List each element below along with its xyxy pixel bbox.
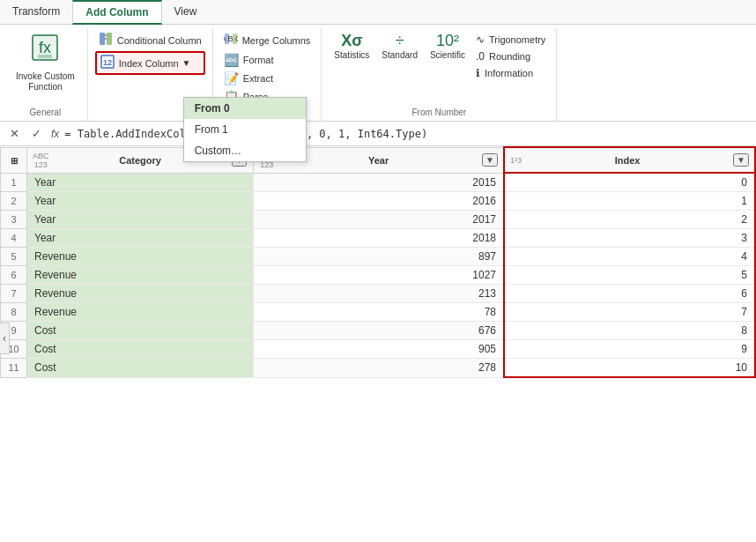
conditional-column-icon [99,32,113,48]
category-cell: Revenue [27,248,254,266]
category-cell: Cost [27,340,254,359]
table-area[interactable]: ⊞ ABC123 Category ▼ ABC123 [0,146,756,542]
index-column-header: 1²3 Index ▼ [504,147,755,173]
merge-columns-label: Merge Columns [242,35,311,46]
information-button[interactable]: ℹ Information [472,65,549,81]
index-cell: 10 [504,359,755,378]
category-type-icon: ABC123 [33,152,49,169]
group-columns: Conditional Column 12 Index Column [88,28,213,121]
statistics-button[interactable]: Χσ Statistics [329,30,374,62]
table-row: 2Year20161 [1,192,756,211]
formula-fx-label: fx [51,128,59,140]
standard-button[interactable]: ÷ Standard [376,30,423,62]
index-column-button[interactable]: 12 Index Column ▼ [95,51,205,75]
row-num-header: ⊞ [1,147,27,173]
column-buttons: Conditional Column 12 Index Column [95,30,205,75]
tab-add-column[interactable]: Add Column [72,0,161,25]
svg-rect-4 [107,33,112,45]
table-row: 7Revenue2136 [1,285,756,303]
ribbon: Transform Add Column View fx Invoke Cust… [0,0,756,122]
format-button[interactable]: 🔤 Format [220,51,315,69]
sidebar-toggle-button[interactable]: ‹ [0,323,10,354]
category-cell: Cost [27,322,254,340]
index-cell: 1 [504,192,755,211]
dropdown-from1[interactable]: From 1 [184,119,306,140]
year-col-label: Year [368,155,389,166]
category-cell: Revenue [27,303,254,322]
category-cell: Year [27,229,254,248]
svg-rect-2 [38,55,52,58]
row-number: 6 [1,266,27,285]
trig-label: Trigonometry [489,34,545,45]
year-filter-button[interactable]: ▼ [482,153,498,167]
table-row: 5Revenue8974 [1,248,756,266]
index-column-arrow[interactable]: ▼ [182,58,191,68]
table-row: 8Revenue787 [1,303,756,322]
formula-confirm-button[interactable]: ✓ [27,126,46,141]
ribbon-content: fx Invoke CustomFunction General [0,25,756,121]
table-row: 4Year20183 [1,229,756,248]
dropdown-custom[interactable]: Custom… [184,140,306,161]
index-cell: 9 [504,340,755,359]
index-cell: 7 [504,303,755,322]
index-col-label: Index [615,155,641,166]
content-area: ‹ ⊞ ABC123 Category ▼ [0,146,756,542]
conditional-column-label: Conditional Column [117,35,202,46]
year-cell: 897 [253,248,504,266]
table-row: 3Year20172 [1,211,756,229]
stats-row: Χσ Statistics ÷ Standard 10² Scientific [329,30,471,62]
from-number-label: From Number [412,106,467,119]
year-cell: 2018 [253,229,504,248]
index-column-icon: 12 [100,55,115,71]
row-number: 5 [1,248,27,266]
year-cell: 278 [253,359,504,378]
index-filter-button[interactable]: ▼ [733,153,749,167]
row-number: 2 [1,192,27,211]
data-table: ⊞ ABC123 Category ▼ ABC123 [0,146,756,378]
trigonometry-button[interactable]: ∿ Trigonometry [472,32,549,48]
group-from-number: Χσ Statistics ÷ Standard 10² Scientific … [322,28,557,121]
year-cell: 2017 [253,211,504,229]
tab-view[interactable]: View [162,0,210,24]
index-column-label: Index Column [119,58,179,69]
row-number: 1 [1,173,27,192]
index-cell: 6 [504,285,755,303]
category-cell: Revenue [27,266,254,285]
category-cell: Year [27,192,254,211]
statistics-icon: Χσ [341,32,362,50]
merge-columns-button[interactable]: A B C Merge Columns [220,30,315,50]
scientific-button[interactable]: 10² Scientific [425,30,471,62]
conditional-column-button[interactable]: Conditional Column [95,30,205,50]
index-dropdown-menu: From 0 From 1 Custom… [183,97,307,162]
table-row: 11Cost27810 [1,359,756,378]
formula-cancel-button[interactable]: ✕ [5,126,24,141]
index-type-icon: 1²3 [510,156,522,165]
merge-icon: A B C [224,32,238,48]
index-cell: 5 [504,266,755,285]
table-row: 1Year20150 [1,173,756,192]
text-buttons: A B C Merge Columns 🔤 Format 📝 Extract [220,30,315,106]
column-items: Conditional Column 12 Index Column [95,30,205,115]
table-row: 10Cost9059 [1,340,756,359]
row-number: 3 [1,211,27,229]
standard-icon: ÷ [396,32,404,50]
tab-transform[interactable]: Transform [0,0,72,24]
dropdown-from0[interactable]: From 0 [184,98,306,119]
from-number-items: Χσ Statistics ÷ Standard 10² Scientific … [329,30,549,106]
index-cell: 8 [504,322,755,340]
formula-bar-buttons: ✕ ✓ [5,126,46,141]
invoke-custom-function-button[interactable]: fx Invoke CustomFunction [11,30,80,96]
rounding-icon: .0 [476,50,485,63]
extract-icon: 📝 [224,71,239,85]
svg-rect-3 [100,33,105,45]
extract-button[interactable]: 📝 Extract [220,70,315,87]
main-content: ⊞ ABC123 Category ▼ ABC123 [0,146,756,542]
general-items: fx Invoke CustomFunction [11,30,80,106]
row-number: 7 [1,285,27,303]
invoke-icon: fx [31,33,59,70]
year-cell: 2015 [253,173,504,192]
scientific-label: Scientific [430,50,465,60]
index-cell: 4 [504,248,755,266]
rounding-button[interactable]: .0 Rounding [472,48,549,64]
ribbon-tabs: Transform Add Column View [0,0,756,25]
